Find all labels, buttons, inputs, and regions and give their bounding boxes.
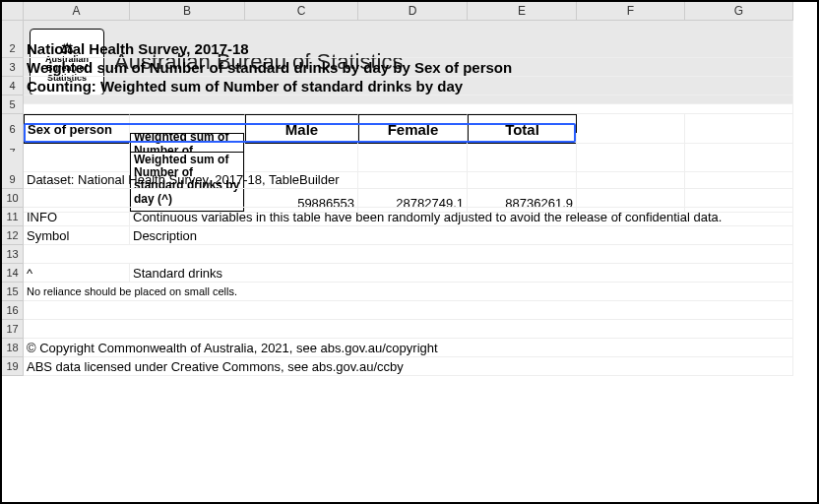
row-header-10[interactable]: 10 xyxy=(2,189,24,208)
col-header-G[interactable]: G xyxy=(685,2,793,21)
cell-empty-10[interactable] xyxy=(24,189,793,208)
row-header-12[interactable]: 12 xyxy=(2,226,24,245)
reliance-note: No reliance should be placed on small ce… xyxy=(24,283,793,301)
cell-empty-5[interactable] xyxy=(24,95,793,114)
row-header-9[interactable]: 9 xyxy=(2,170,24,189)
row-header-4[interactable]: 4 xyxy=(2,77,24,95)
col-header-F[interactable]: F xyxy=(577,2,685,21)
table-title-text: Weighted sum of Number of standard drink… xyxy=(27,59,512,76)
corner-cell[interactable] xyxy=(2,2,24,21)
row-header-19[interactable]: 19 xyxy=(2,357,24,376)
row-header-2[interactable]: 2 xyxy=(2,39,24,58)
cell-empty-13[interactable] xyxy=(24,245,793,264)
symbol-header: Symbol xyxy=(24,226,130,245)
col-header-A[interactable]: A xyxy=(24,2,130,21)
col-header-C[interactable]: C xyxy=(245,2,358,21)
survey-title: National Health Survey, 2017-18 xyxy=(24,39,793,58)
row-header-5[interactable]: 5 xyxy=(2,95,24,114)
row-header-14[interactable]: 14 xyxy=(2,264,24,283)
table-title: Weighted sum of Number of standard drink… xyxy=(24,58,793,77)
col-header-D[interactable]: D xyxy=(358,2,468,21)
row-header-3[interactable]: 3 xyxy=(2,58,24,77)
row-header-17[interactable]: 17 xyxy=(2,320,24,339)
row-header-16[interactable]: 16 xyxy=(2,301,24,320)
symbol-desc: Standard drinks xyxy=(130,264,793,283)
row-header-18[interactable]: 18 xyxy=(2,339,24,357)
spreadsheet-grid[interactable]: A B C D E F G 1 ⚖ Australian Bureau of S… xyxy=(2,2,817,376)
counting-line: Counting: Weighted sum of Number of stan… xyxy=(24,77,793,95)
info-text: Continuous variables in this table have … xyxy=(130,208,793,226)
col-header-B[interactable]: B xyxy=(130,2,245,21)
row-header-13[interactable]: 13 xyxy=(2,245,24,264)
row-header-11[interactable]: 11 xyxy=(2,208,24,226)
info-label: INFO xyxy=(24,208,130,226)
description-header: Description xyxy=(130,226,793,245)
cell-empty-16[interactable] xyxy=(24,301,793,320)
license-line: ABS data licensed under Creative Commons… xyxy=(24,357,793,376)
symbol-caret: ^ xyxy=(24,264,130,283)
col-header-E[interactable]: E xyxy=(468,2,577,21)
dataset-line: Dataset: National Health Survey, 2017-18… xyxy=(24,170,793,189)
row-header-15[interactable]: 15 xyxy=(2,283,24,301)
copyright-line: © Copyright Commonwealth of Australia, 2… xyxy=(24,339,793,357)
cell-empty-17[interactable] xyxy=(24,320,793,339)
